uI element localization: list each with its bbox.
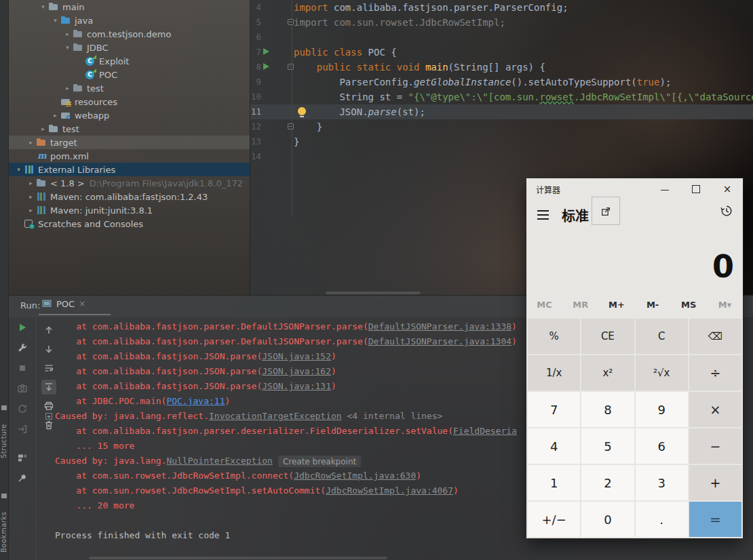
layout-button[interactable]: [15, 450, 30, 465]
tree-item-test[interactable]: ▸test: [9, 81, 250, 95]
calc-key-x[interactable]: x²: [581, 355, 634, 391]
next-trace-button[interactable]: [41, 342, 56, 357]
maximize-button[interactable]: [680, 178, 712, 200]
tool-window-button-structure[interactable]: Structure: [0, 415, 8, 466]
structure-icon[interactable]: [1, 405, 7, 410]
stacktrace-link[interactable]: POC.java:11: [166, 396, 225, 406]
calc-key-[interactable]: ×: [689, 392, 741, 427]
memory-button-m+[interactable]: M+: [598, 296, 634, 315]
chevron-right-icon[interactable]: ▸: [26, 139, 36, 146]
chevron-right-icon[interactable]: ▸: [38, 125, 48, 132]
rerun-button[interactable]: [15, 320, 30, 335]
tree-item-main[interactable]: ▾main: [9, 0, 250, 14]
stacktrace-link[interactable]: InvocationTargetException: [209, 411, 342, 421]
fold-marker-icon[interactable]: −: [288, 123, 294, 129]
tree-item-pom-xml[interactable]: pom.xml: [9, 149, 250, 163]
pin-button[interactable]: [15, 471, 30, 485]
run-tab-poc[interactable]: POC ×: [41, 298, 85, 309]
calculator-titlebar[interactable]: 计算器 — ×: [526, 178, 743, 200]
calc-key-[interactable]: =: [689, 502, 741, 537]
tree-item-external-libraries[interactable]: ▾External Libraries: [9, 163, 250, 176]
soft-wrap-button[interactable]: [41, 361, 56, 376]
calc-key-7[interactable]: 7: [528, 392, 580, 427]
chevron-right-icon[interactable]: ▸: [26, 207, 36, 214]
tree-item-test[interactable]: ▸test: [9, 122, 250, 136]
chevron-right-icon[interactable]: ▸: [50, 112, 60, 119]
run-line-icon[interactable]: [263, 48, 269, 55]
screenshot-button[interactable]: [15, 381, 30, 396]
prev-trace-button[interactable]: [41, 323, 56, 338]
minimize-button[interactable]: —: [649, 178, 680, 200]
tool-window-button-bookmarks[interactable]: Bookmarks: [0, 503, 8, 560]
stacktrace-link[interactable]: DefaultJSONParser.java:1338: [368, 321, 511, 332]
menu-icon[interactable]: [537, 210, 549, 212]
stacktrace-link[interactable]: NullPointerException: [166, 456, 273, 466]
stacktrace-link[interactable]: JSON.java:131: [262, 381, 331, 391]
stacktrace-link[interactable]: FieldDeseria: [453, 426, 517, 436]
stacktrace-link[interactable]: JSON.java:152: [262, 351, 331, 361]
calc-key-ce[interactable]: CE: [581, 319, 634, 354]
expand-trace-icon[interactable]: +: [45, 413, 52, 420]
memory-button-mc[interactable]: MC: [526, 296, 562, 315]
calc-key-5[interactable]: 5: [581, 428, 634, 464]
editor-hscrollbar[interactable]: [326, 292, 421, 294]
tree-item-maven-junit-junit-3-8-1[interactable]: ▸Maven: junit:junit:3.8.1: [9, 203, 250, 217]
create-breakpoint-hint[interactable]: Create breakpoint: [278, 456, 361, 467]
exit-button[interactable]: [15, 422, 30, 437]
bookmarks-icon[interactable]: [1, 494, 7, 498]
tree-item-1-8[interactable]: ▸< 1.8 >D:\Program Files\Java\jdk1.8.0_1…: [9, 176, 250, 190]
tree-item-exploit[interactable]: Exploit: [9, 54, 250, 68]
close-button[interactable]: ×: [712, 178, 743, 200]
calc-key-8[interactable]: 8: [581, 392, 634, 427]
stop-button[interactable]: [15, 361, 30, 376]
scroll-end-button[interactable]: [41, 380, 56, 395]
tree-item-target[interactable]: ▸target: [9, 136, 250, 149]
calc-key-x[interactable]: ²√x: [636, 355, 688, 391]
calc-key-1x[interactable]: 1/x: [528, 355, 580, 391]
tree-item-jdbc[interactable]: ▾JDBC: [9, 41, 250, 54]
tree-item-resources[interactable]: resources: [9, 95, 250, 108]
tree-item-com-testjson-demo[interactable]: ▸com.testjson.demo: [9, 27, 250, 41]
chevron-down-icon[interactable]: ▾: [62, 44, 73, 51]
calc-key-[interactable]: +/−: [528, 502, 580, 537]
memory-button-mr[interactable]: MR: [562, 296, 598, 315]
tree-item-java[interactable]: ▾java: [9, 14, 250, 27]
chevron-down-icon[interactable]: ▾: [38, 3, 48, 10]
clear-button[interactable]: [41, 418, 56, 433]
calc-key-c[interactable]: C: [636, 319, 688, 354]
settings-button[interactable]: [15, 340, 30, 355]
memory-button-ms[interactable]: MS: [671, 296, 707, 315]
calc-key-[interactable]: ÷: [689, 355, 741, 391]
calc-key-[interactable]: −: [689, 428, 741, 464]
calc-key-1[interactable]: 1: [528, 465, 580, 500]
chevron-right-icon[interactable]: ▸: [26, 193, 36, 200]
chevron-right-icon[interactable]: ▸: [26, 180, 36, 186]
memory-button-m[interactable]: M▾: [707, 296, 743, 315]
history-button[interactable]: [720, 204, 733, 218]
tree-item-maven-com-alibaba-fastjson-1-2-43[interactable]: ▸Maven: com.alibaba:fastjson:1.2.43: [9, 190, 250, 203]
calc-key-[interactable]: .: [636, 502, 688, 537]
calc-key-6[interactable]: 6: [636, 428, 688, 464]
print-button[interactable]: [41, 399, 56, 414]
chevron-right-icon[interactable]: ▸: [62, 31, 73, 37]
calc-key-0[interactable]: 0: [581, 502, 634, 537]
chevron-down-icon[interactable]: ▾: [14, 166, 24, 173]
calc-key-[interactable]: +: [689, 465, 741, 500]
memory-button-m-[interactable]: M-: [635, 296, 671, 315]
restart-button[interactable]: [15, 401, 30, 416]
stacktrace-link[interactable]: JdbcRowSetImpl.java:630: [294, 471, 416, 481]
chevron-right-icon[interactable]: ▸: [62, 85, 73, 92]
calc-key-[interactable]: ⌫: [689, 319, 741, 354]
tree-item-webapp[interactable]: ▸webapp: [9, 108, 250, 122]
calc-key-2[interactable]: 2: [581, 465, 634, 500]
stacktrace-link[interactable]: DefaultJSONParser.java:1304: [368, 336, 511, 346]
console-hscrollbar[interactable]: [89, 557, 387, 559]
stacktrace-link[interactable]: JdbcRowSetImpl.java:4067: [326, 485, 453, 496]
calc-key-[interactable]: %: [528, 319, 580, 354]
keep-on-top-button[interactable]: [592, 197, 620, 225]
calc-key-9[interactable]: 9: [636, 392, 688, 427]
calc-key-3[interactable]: 3: [636, 465, 688, 500]
stacktrace-link[interactable]: JSON.java:162: [262, 366, 331, 376]
run-line-icon[interactable]: [263, 63, 269, 70]
fold-marker-icon[interactable]: ˅: [288, 64, 294, 70]
